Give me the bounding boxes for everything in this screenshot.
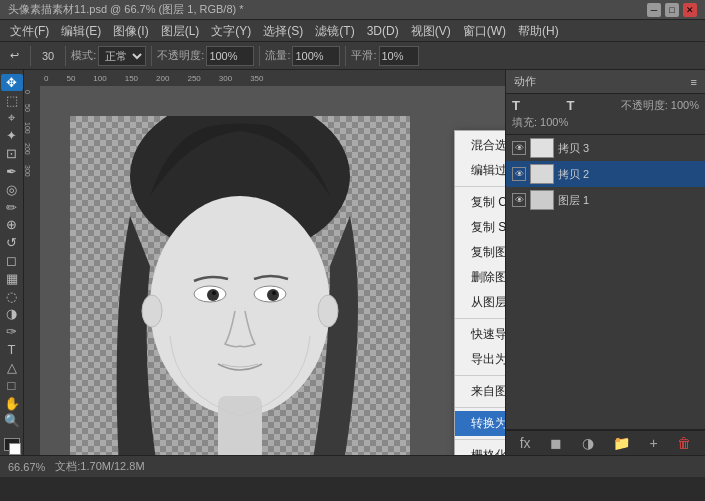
blend-mode-select[interactable]: 正常	[98, 46, 146, 66]
tool-pen[interactable]: ✑	[1, 323, 23, 340]
svg-point-6	[150, 196, 330, 416]
flow-input[interactable]	[292, 46, 340, 66]
tool-brush[interactable]: ✏	[1, 199, 23, 216]
menu-type[interactable]: 文字(Y)	[205, 20, 257, 42]
layer-copy3[interactable]: 👁 拷贝 3	[506, 135, 705, 161]
opacity-input[interactable]	[206, 46, 254, 66]
tool-clone[interactable]: ⊕	[1, 217, 23, 234]
layer-name-copy2: 拷贝 2	[558, 167, 699, 182]
adjustments-title: 动作	[514, 74, 536, 89]
menu-filter[interactable]: 滤镜(T)	[309, 20, 360, 42]
menu-view[interactable]: 视图(V)	[405, 20, 457, 42]
tool-history-brush[interactable]: ↺	[1, 234, 23, 251]
toolbar-separator-2	[65, 46, 66, 66]
opacity-label: 不透明度:	[157, 48, 204, 63]
ctx-sep-1	[455, 186, 505, 187]
tool-marquee[interactable]: ⬚	[1, 92, 23, 109]
ctx-artboard-from-layer[interactable]: 来自图层的画板...	[455, 379, 505, 404]
delete-layer-button[interactable]: 🗑	[677, 435, 691, 451]
toolbar-separator-3	[151, 46, 152, 66]
toolbar-separator-5	[345, 46, 346, 66]
ctx-convert-smart-object[interactable]: 转换为智能对象	[455, 411, 505, 436]
tool-hand[interactable]: ✋	[1, 395, 23, 412]
ctx-sep-4	[455, 407, 505, 408]
tool-move[interactable]: ✥	[1, 74, 23, 91]
adjustments-collapse[interactable]: ≡	[691, 76, 697, 88]
smoothing-input[interactable]	[379, 46, 419, 66]
tool-magic-wand[interactable]: ✦	[1, 127, 23, 144]
maximize-button[interactable]: □	[665, 3, 679, 17]
svg-point-10	[207, 289, 219, 301]
ctx-edit-filter[interactable]: 编辑过滤...	[455, 158, 505, 183]
tool-spot-heal[interactable]: ◎	[1, 181, 23, 198]
ctx-copy-layer[interactable]: 复制图层...	[455, 240, 505, 265]
smoothing-label: 平滑:	[351, 48, 376, 63]
tool-text[interactable]: T	[1, 341, 23, 358]
svg-point-12	[212, 291, 216, 295]
tool-shape[interactable]: □	[1, 377, 23, 394]
doc-size: 文档:1.70M/12.8M	[55, 459, 144, 474]
layer-eye-copy2[interactable]: 👁	[512, 167, 526, 181]
close-button[interactable]: ✕	[683, 3, 697, 17]
menu-layer[interactable]: 图层(L)	[155, 20, 206, 42]
layer-copy2[interactable]: 👁 拷贝 2	[506, 161, 705, 187]
ctx-quick-export[interactable]: 快速导出为 PNG	[455, 322, 505, 347]
portrait-sketch	[70, 116, 410, 455]
ctx-copy-svg[interactable]: 复制 SVG	[455, 215, 505, 240]
menu-select[interactable]: 选择(S)	[257, 20, 309, 42]
tool-lasso[interactable]: ⌖	[1, 110, 23, 127]
context-menu: 混合选项... 编辑过滤... 复制 CSS 复制 SVG 复制图层... 删除…	[454, 130, 505, 455]
layer-thumb-1	[530, 190, 554, 210]
new-group-button[interactable]: 📁	[613, 435, 630, 451]
main-toolbar: ↩ 30 模式: 正常 不透明度: 流量: 平滑:	[0, 42, 705, 70]
tool-path[interactable]: △	[1, 359, 23, 376]
zoom-level: 66.67%	[8, 461, 45, 473]
new-adjustment-button[interactable]: ◑	[582, 435, 594, 451]
canvas-content	[70, 116, 410, 455]
ctx-group-from-layer[interactable]: 从图层建立组...	[455, 290, 505, 315]
tool-dodge[interactable]: ◑	[1, 306, 23, 323]
right-panel: 动作 ≡ T T 不透明度: 100% 填充: 100% 👁 拷贝 3 👁	[505, 70, 705, 455]
layer-thumb-copy2	[530, 164, 554, 184]
menu-edit[interactable]: 编辑(E)	[55, 20, 107, 42]
ctx-rasterize-layer[interactable]: 栅格化图层	[455, 443, 505, 455]
tool-zoom[interactable]: 🔍	[1, 412, 23, 429]
status-bar: 66.67% 文档:1.70M/12.8M	[0, 455, 705, 477]
menu-3d[interactable]: 3D(D)	[361, 20, 405, 42]
tool-gradient[interactable]: ▦	[1, 270, 23, 287]
add-fx-button[interactable]: fx	[520, 435, 531, 451]
ctx-sep-2	[455, 318, 505, 319]
canvas-document[interactable]	[70, 116, 410, 455]
ctx-export-as[interactable]: 导出为...	[455, 347, 505, 372]
window-title: 头像素描素材11.psd @ 66.7% (图层 1, RGB/8) *	[8, 2, 244, 17]
flow-label: 流量:	[265, 48, 290, 63]
ctx-blend-options[interactable]: 混合选项...	[455, 133, 505, 158]
canvas-wrapper	[40, 86, 505, 455]
foreground-color[interactable]	[4, 438, 20, 451]
window-buttons: ─ □ ✕	[647, 3, 697, 17]
ctx-copy-css[interactable]: 复制 CSS	[455, 190, 505, 215]
toolbar-arrow[interactable]: ↩	[4, 47, 25, 64]
layer-eye-1[interactable]: 👁	[512, 193, 526, 207]
layer-bottom-controls: fx ◼ ◑ 📁 + 🗑	[506, 430, 705, 455]
tool-crop[interactable]: ⊡	[1, 145, 23, 162]
menu-image[interactable]: 图像(I)	[107, 20, 154, 42]
tool-eyedropper[interactable]: ✒	[1, 163, 23, 180]
background-color[interactable]	[9, 443, 21, 455]
menu-file[interactable]: 文件(F)	[4, 20, 55, 42]
new-layer-button[interactable]: +	[650, 435, 658, 451]
minimize-button[interactable]: ─	[647, 3, 661, 17]
char-opacity-label: 不透明度: 100%	[621, 98, 699, 113]
character-panel: T T 不透明度: 100% 填充: 100%	[506, 94, 705, 135]
menu-help[interactable]: 帮助(H)	[512, 20, 565, 42]
adjustments-header[interactable]: 动作 ≡	[506, 70, 705, 93]
layer-1[interactable]: 👁 图层 1	[506, 187, 705, 213]
tool-eraser[interactable]: ◻	[1, 252, 23, 269]
tool-blur[interactable]: ◌	[1, 288, 23, 305]
toolbar-brush-size[interactable]: 30	[36, 48, 60, 64]
ctx-delete-layer[interactable]: 删除图层 ▶	[455, 265, 505, 290]
layer-eye-copy3[interactable]: 👁	[512, 141, 526, 155]
menu-window[interactable]: 窗口(W)	[457, 20, 512, 42]
toolbar-separator-4	[259, 46, 260, 66]
add-mask-button[interactable]: ◼	[550, 435, 562, 451]
